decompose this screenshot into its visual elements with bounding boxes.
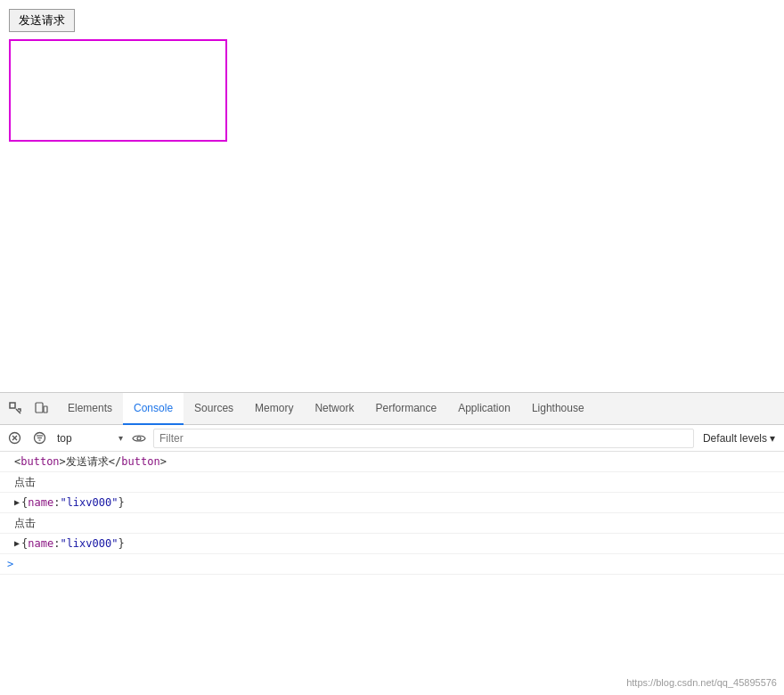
send-request-button[interactable]: 发送请求 [9,9,75,32]
console-line-obj1[interactable]: ▶ {name: "lixv000"} [0,493,784,513]
tab-performance[interactable]: Performance [364,393,447,425]
default-levels-label: Default levels [703,432,767,445]
clear-console-icon[interactable] [4,428,25,449]
iframe-box [9,39,227,142]
watermark: https://blog.csdn.net/qq_45895576 [626,677,777,688]
devtools-toolbar: top ▾ Default levels ▾ [0,425,784,452]
tab-memory[interactable]: Memory [244,393,304,425]
filter-input[interactable] [153,429,694,448]
eye-icon[interactable] [128,428,150,449]
svg-point-8 [137,437,141,440]
expand-arrow-icon: ▶ [14,495,20,511]
svg-rect-1 [36,403,43,413]
tab-lighthouse[interactable]: Lighthouse [521,393,595,425]
device-toggle-icon[interactable] [29,397,53,421]
svg-rect-0 [10,403,15,408]
console-line-click1: 点击 [0,472,784,493]
chevron-down-icon: ▾ [770,432,775,445]
console-line-html: <button>发送请求</button> [0,452,784,472]
console-line-obj2[interactable]: ▶ {name: "lixv000"} [0,534,784,554]
tab-elements[interactable]: Elements [57,393,123,425]
devtools-tab-list: ElementsConsoleSourcesMemoryNetworkPerfo… [57,393,595,425]
context-select-input[interactable]: top [53,430,125,446]
console-prompt-line[interactable]: > [0,554,784,575]
context-selector[interactable]: top ▾ [53,430,125,446]
svg-rect-2 [44,406,47,413]
main-page: 发送请求 [0,0,784,392]
tab-application[interactable]: Application [447,393,521,425]
console-output: <button>发送请求</button> 点击 ▶ {name: "lixv0… [0,452,784,695]
devtools-panel: ElementsConsoleSourcesMemoryNetworkPerfo… [0,392,784,695]
inspect-element-icon[interactable] [4,397,29,421]
devtools-tab-bar: ElementsConsoleSourcesMemoryNetworkPerfo… [0,393,784,425]
console-line-click2: 点击 [0,513,784,534]
filter-icon[interactable] [29,428,50,449]
tab-network[interactable]: Network [304,393,364,425]
prompt-arrow-icon: > [7,556,13,572]
tab-sources[interactable]: Sources [184,393,244,425]
default-levels-button[interactable]: Default levels ▾ [698,430,780,446]
tab-console[interactable]: Console [123,393,184,425]
expand-arrow-icon: ▶ [14,536,20,552]
